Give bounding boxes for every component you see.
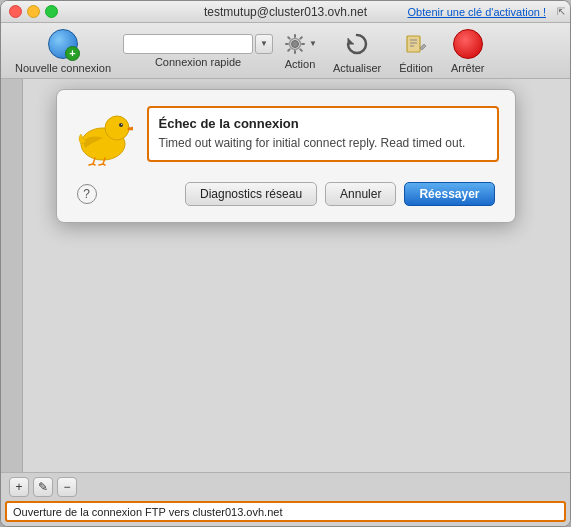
connexion-rapide-label: Connexion rapide bbox=[155, 56, 241, 68]
connexion-rapide-dropdown[interactable]: ▼ bbox=[255, 34, 273, 54]
status-text: Ouverture de la connexion FTP vers clust… bbox=[13, 506, 282, 518]
error-dialog: Échec de la connexion Timed out waiting … bbox=[56, 89, 516, 223]
edit-button[interactable]: ✎ bbox=[33, 477, 53, 497]
connexion-rapide-input[interactable] bbox=[123, 34, 253, 54]
close-button[interactable] bbox=[9, 5, 22, 18]
content-area: Échec de la connexion Timed out waiting … bbox=[1, 79, 570, 472]
svg-point-7 bbox=[105, 116, 129, 140]
minimize-button[interactable] bbox=[27, 5, 40, 18]
duck-icon bbox=[73, 106, 133, 166]
svg-point-9 bbox=[121, 124, 122, 125]
nouvelle-connexion-button[interactable]: Nouvelle connexion bbox=[9, 26, 117, 76]
connexion-rapide-group: ▼ Connexion rapide bbox=[123, 34, 273, 68]
add-button[interactable]: + bbox=[9, 477, 29, 497]
bottom-toolbar: + ✎ − bbox=[1, 473, 570, 501]
stop-icon bbox=[452, 28, 484, 60]
action-chevron-icon: ▼ bbox=[309, 39, 317, 48]
dialog-buttons: ? Diagnostics réseau Annuler Réessayer bbox=[73, 182, 499, 206]
error-title: Échec de la connexion bbox=[159, 116, 487, 131]
edition-icon bbox=[400, 28, 432, 60]
edition-label: Édition bbox=[399, 62, 433, 74]
nouvelle-connexion-label: Nouvelle connexion bbox=[15, 62, 111, 74]
stop-circle bbox=[453, 29, 483, 59]
bottom-bar: + ✎ − Ouverture de la connexion FTP vers… bbox=[1, 472, 570, 526]
globe-icon bbox=[48, 29, 78, 59]
diagnostics-button[interactable]: Diagnostics réseau bbox=[185, 182, 317, 206]
toolbar: Nouvelle connexion ▼ Connexion rapide bbox=[1, 23, 570, 79]
traffic-lights bbox=[9, 5, 58, 18]
action-label: Action bbox=[285, 58, 316, 70]
error-text: Timed out waiting for initial connect re… bbox=[159, 135, 487, 152]
refresh-icon bbox=[341, 28, 373, 60]
svg-point-8 bbox=[119, 123, 123, 127]
status-bar: Ouverture de la connexion FTP vers clust… bbox=[5, 501, 566, 522]
error-box: Échec de la connexion Timed out waiting … bbox=[147, 106, 499, 162]
arreter-button[interactable]: Arrêter bbox=[445, 26, 491, 76]
reessayer-button[interactable]: Réessayer bbox=[404, 182, 494, 206]
connexion-rapide-input-row: ▼ bbox=[123, 34, 273, 54]
remove-button[interactable]: − bbox=[57, 477, 77, 497]
actualiser-button[interactable]: Actualiser bbox=[327, 26, 387, 76]
action-button[interactable]: ▼ Action bbox=[279, 30, 321, 72]
arreter-label: Arrêter bbox=[451, 62, 485, 74]
resize-icon[interactable]: ⇱ bbox=[557, 6, 565, 17]
actualiser-label: Actualiser bbox=[333, 62, 381, 74]
window-title: testmutup@cluster013.ovh.net bbox=[204, 5, 367, 19]
annuler-button[interactable]: Annuler bbox=[325, 182, 396, 206]
edition-button[interactable]: Édition bbox=[393, 26, 439, 76]
dialog-btn-group: Diagnostics réseau Annuler Réessayer bbox=[185, 182, 495, 206]
activate-link[interactable]: Obtenir une clé d'activation ! bbox=[408, 6, 546, 18]
help-button[interactable]: ? bbox=[77, 184, 97, 204]
maximize-button[interactable] bbox=[45, 5, 58, 18]
svg-point-0 bbox=[292, 40, 299, 47]
main-window: testmutup@cluster013.ovh.net Obtenir une… bbox=[0, 0, 571, 527]
dialog-body: Échec de la connexion Timed out waiting … bbox=[73, 106, 499, 166]
gear-icon bbox=[283, 32, 307, 56]
titlebar: testmutup@cluster013.ovh.net Obtenir une… bbox=[1, 1, 570, 23]
nouvelle-connexion-icon bbox=[47, 28, 79, 60]
dialog-message: Échec de la connexion Timed out waiting … bbox=[147, 106, 499, 166]
dialog-overlay: Échec de la connexion Timed out waiting … bbox=[1, 79, 570, 472]
action-icon-row: ▼ bbox=[283, 32, 317, 56]
svg-rect-2 bbox=[407, 36, 420, 52]
